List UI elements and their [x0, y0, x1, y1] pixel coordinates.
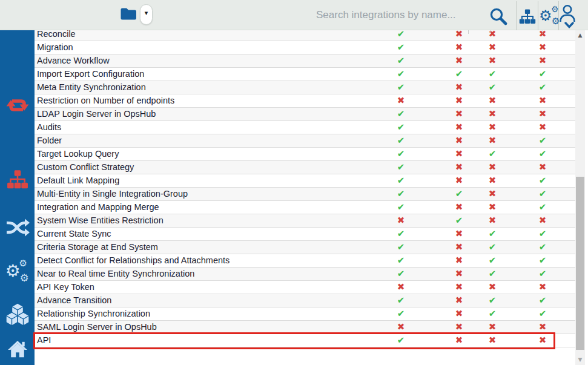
cross-icon: ✖ [453, 254, 465, 267]
scroll-down-button[interactable]: ▼ [575, 355, 585, 365]
check-icon: ✔ [537, 254, 549, 267]
table-row: Detect Conflict for Relationships and At… [35, 254, 575, 268]
gear-icon: ⚙ [19, 259, 27, 268]
sidebar-item-hierarchy[interactable] [0, 169, 35, 189]
triangle-up-icon: ▲ [578, 32, 583, 38]
table-row: Audits ✔✖✖✖ [35, 121, 575, 134]
sidebar-item-shuffle[interactable] [0, 218, 35, 237]
table-row: Integration and Mapping Merge ✔✖✖✔ [35, 201, 575, 214]
cross-icon: ✖ [453, 134, 465, 147]
table-row: Default Link Mapping ✔✖✖✔ [35, 174, 575, 188]
cross-icon: ✖ [486, 134, 498, 147]
scrollbar-thumb[interactable] [576, 177, 584, 350]
cross-icon: ✖ [486, 188, 498, 200]
table-row: Meta Entity Synchronization ✔✖✔✔ [35, 81, 575, 94]
check-icon: ✔ [395, 241, 407, 254]
check-icon: ✔ [537, 241, 549, 254]
check-icon: ✔ [395, 174, 407, 187]
shuffle-icon [5, 218, 30, 237]
sidebar-item-settings[interactable]: ⚙ ⚙ ⚙ [0, 259, 35, 284]
table-row: Folder ✔✖✖✔ [35, 134, 575, 148]
check-icon: ✔ [486, 254, 498, 267]
check-icon: ✔ [537, 174, 549, 187]
folder-dropdown-button[interactable]: ▾ [140, 4, 153, 25]
cross-icon: ✖ [453, 268, 465, 280]
check-icon: ✔ [395, 121, 407, 134]
check-icon: ✔ [537, 307, 549, 320]
check-icon: ✔ [395, 254, 407, 267]
folder-icon [120, 7, 137, 21]
cross-icon: ✖ [486, 94, 498, 107]
check-icon: ✔ [537, 201, 549, 214]
check-icon: ✔ [395, 41, 407, 54]
table-row: API ✔✖✖✖ [35, 334, 575, 347]
cross-icon: ✖ [395, 94, 407, 107]
search-input[interactable] [316, 6, 486, 24]
table-row: Current State Sync ✔✖✔✔ [35, 228, 575, 241]
check-icon: ✔ [395, 188, 407, 200]
cross-icon: ✖ [486, 321, 498, 334]
top-header: ▾ ⚙ ⚙ ⚙ [0, 0, 588, 30]
check-icon: ✔ [486, 81, 498, 94]
cross-icon: ✖ [537, 214, 549, 227]
gear-icon: ⚙ [552, 17, 560, 26]
hierarchy-button[interactable] [519, 9, 536, 24]
cross-icon: ✖ [486, 30, 498, 41]
cross-icon: ✖ [453, 334, 465, 347]
table-row: System Wise Entities Restriction ✖✔✖✖ [35, 214, 575, 228]
column-divider [543, 30, 543, 34]
gear-icon: ⚙ [551, 5, 559, 13]
cross-icon: ✖ [453, 41, 465, 54]
home-icon [7, 340, 28, 358]
sidebar-item-modules[interactable] [0, 303, 35, 326]
caret-down-icon: ▾ [140, 10, 152, 16]
app-window: ▾ ⚙ ⚙ ⚙ [0, 0, 588, 365]
cross-icon: ✖ [453, 161, 465, 174]
cross-icon: ✖ [486, 121, 498, 134]
check-icon: ✔ [395, 334, 407, 347]
cross-icon: ✖ [537, 54, 549, 67]
check-icon: ✔ [486, 294, 498, 307]
left-sidebar: ⚙ ⚙ ⚙ [0, 30, 35, 365]
cross-icon: ✖ [453, 54, 465, 67]
check-icon: ✔ [537, 268, 549, 280]
header-separator [516, 1, 517, 30]
check-icon: ✔ [395, 68, 407, 81]
check-icon: ✔ [486, 307, 498, 320]
gear-icon: ⚙ [539, 8, 552, 23]
cross-icon: ✖ [486, 161, 498, 174]
cross-icon: ✖ [537, 94, 549, 107]
header-separator [538, 1, 538, 30]
settings-button[interactable]: ⚙ ⚙ ⚙ [539, 4, 560, 28]
scroll-up-button[interactable]: ▲ [575, 30, 585, 41]
gear-icon: ⚙ [5, 263, 21, 280]
cross-icon: ✖ [486, 41, 498, 54]
cross-icon: ✖ [453, 228, 465, 240]
check-icon: ✔ [395, 148, 407, 160]
person-icon [560, 4, 575, 23]
vertical-scrollbar[interactable]: ▲ ▼ [575, 30, 585, 365]
check-icon: ✔ [395, 54, 407, 67]
user-menu-button[interactable] [560, 4, 576, 29]
cross-icon: ✖ [395, 281, 407, 294]
cross-icon: ✖ [486, 174, 498, 187]
cross-icon: ✖ [486, 54, 498, 67]
cross-icon: ✖ [537, 321, 549, 334]
folder-button[interactable] [120, 7, 137, 22]
cross-icon: ✖ [537, 108, 549, 120]
check-icon: ✔ [486, 241, 498, 254]
table-row: LDAP Login Server in OpsHub ✔✖✖✖ [35, 108, 575, 121]
table-row: Advance Workflow ✔✖✖✖ [35, 54, 575, 68]
cross-icon: ✖ [486, 334, 498, 347]
sitemap-icon [519, 9, 536, 24]
sidebar-item-home[interactable] [0, 340, 35, 358]
search-button[interactable] [489, 7, 507, 25]
check-icon: ✔ [537, 294, 549, 307]
sidebar-item-sync[interactable] [0, 96, 35, 115]
cross-icon: ✖ [453, 108, 465, 120]
check-icon: ✔ [453, 68, 465, 81]
cross-icon: ✖ [453, 94, 465, 107]
check-icon: ✔ [395, 307, 407, 320]
feature-table: Reconcile ✔✖✖✖ Migration ✔✖✖✖ Advance Wo… [35, 30, 575, 365]
cubes-icon [5, 303, 30, 326]
